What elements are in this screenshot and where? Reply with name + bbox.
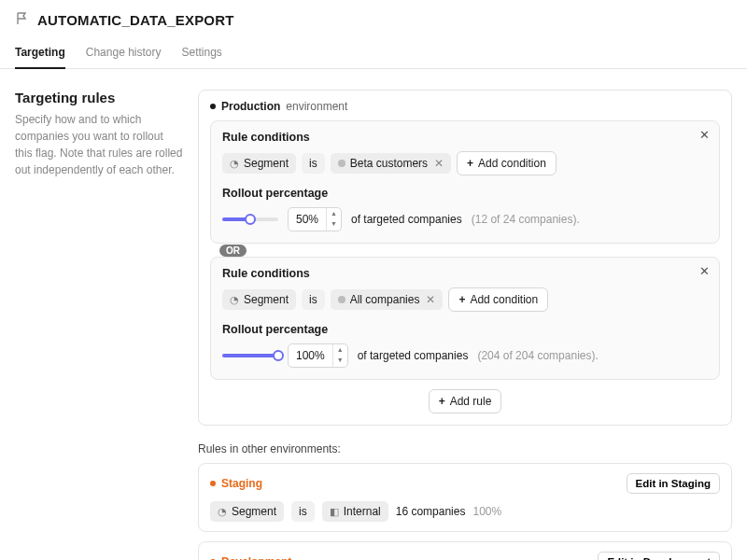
env-suffix: environment (286, 100, 347, 113)
clock-icon: ◔ (230, 158, 239, 170)
company-count-text: (204 of 204 companies). (477, 349, 598, 362)
value-chip[interactable]: All companies ✕ (331, 289, 444, 310)
segment-dot-icon (338, 160, 345, 167)
env-dot-icon (210, 104, 216, 109)
chip-segment-label: Segment (244, 293, 289, 306)
rule-conditions-label: Rule conditions (222, 267, 708, 280)
step-up-icon[interactable]: ▲ (327, 208, 341, 218)
flag-title: AUTOMATIC_DATA_EXPORT (37, 12, 234, 28)
sidebar-heading: Targeting rules (15, 90, 183, 105)
step-up-icon[interactable]: ▲ (333, 344, 347, 355)
company-count-text: (12 of 24 companies). (472, 213, 580, 226)
chip-segment-label: Segment (244, 157, 289, 170)
other-envs-label: Rules in other environments: (198, 442, 732, 455)
operator-chip[interactable]: is (302, 153, 325, 174)
remove-rule-button[interactable]: ✕ (699, 129, 710, 141)
add-condition-button[interactable]: + Add condition (457, 151, 557, 175)
chip-value-label: Beta customers (350, 157, 428, 170)
tab-bar: Targeting Change history Settings (0, 38, 747, 69)
value-chip[interactable]: Beta customers ✕ (331, 153, 451, 174)
or-divider: OR (210, 244, 720, 257)
add-rule-button[interactable]: + Add rule (429, 389, 502, 413)
plus-icon: + (458, 293, 465, 306)
chip-is-label: is (309, 293, 317, 306)
percent-input[interactable]: 100% ▲ ▼ (288, 343, 348, 368)
tab-settings[interactable]: Settings (182, 38, 222, 68)
plus-icon: + (439, 395, 445, 408)
other-env-name: Staging (221, 477, 262, 490)
chip-is-label: is (309, 157, 317, 170)
add-rule-label: Add rule (450, 395, 492, 408)
rollout-slider[interactable] (222, 349, 278, 362)
rollout-row: 100% ▲ ▼ of targeted companies (204 of 2… (222, 343, 708, 368)
rule-card: ✕ Rule conditions ◔ Segment is Beta cust… (210, 120, 720, 244)
segment-dot-icon (338, 296, 345, 303)
main-content: Production environment ✕ Rule conditions… (198, 90, 732, 560)
segment-chip[interactable]: ◔ Segment (222, 153, 296, 174)
edit-in-development-button[interactable]: Edit in Development (598, 552, 720, 560)
step-down-icon[interactable]: ▼ (333, 355, 347, 365)
percent-value: 100% (289, 349, 332, 362)
other-env-rule-row: ◔ Segment is ◧ Internal 16 companies 100… (210, 501, 720, 522)
percent-value: 50% (289, 213, 326, 226)
remove-value-button[interactable]: ✕ (426, 293, 435, 306)
of-targeted-text: of targeted companies (351, 213, 462, 226)
rollout-row: 50% ▲ ▼ of targeted companies (12 of 24 … (222, 207, 708, 231)
operator-chip: is (291, 501, 315, 522)
condition-row: ◔ Segment is All companies ✕ + Add condi… (222, 287, 708, 312)
add-condition-button[interactable]: + Add condition (448, 287, 548, 312)
segment-icon: ◧ (330, 506, 339, 518)
flag-icon (15, 11, 30, 29)
tab-change-history[interactable]: Change history (86, 38, 162, 68)
segment-chip[interactable]: ◔ Segment (222, 289, 296, 310)
percent-input[interactable]: 50% ▲ ▼ (288, 207, 342, 231)
edit-in-staging-button[interactable]: Edit in Staging (627, 473, 721, 494)
other-env-name: Development (221, 555, 291, 560)
or-badge: OR (219, 245, 247, 257)
rule-card: ✕ Rule conditions ◔ Segment is All compa… (210, 257, 720, 380)
sidebar: Targeting rules Specify how and to which… (15, 90, 183, 560)
value-chip: ◧ Internal (322, 501, 388, 522)
plus-icon: + (467, 157, 473, 170)
sidebar-desc: Specify how and to which companies you w… (15, 111, 183, 178)
remove-rule-button[interactable]: ✕ (699, 265, 710, 277)
of-targeted-text: of targeted companies (358, 349, 469, 362)
env-dot-icon (210, 481, 216, 486)
clock-icon: ◔ (230, 294, 239, 306)
rollout-slider[interactable] (222, 213, 278, 226)
add-condition-label: Add condition (470, 293, 538, 306)
tab-targeting[interactable]: Targeting (15, 38, 65, 68)
rule-conditions-label: Rule conditions (222, 131, 708, 144)
step-down-icon[interactable]: ▼ (327, 218, 341, 229)
operator-chip[interactable]: is (302, 289, 325, 310)
rollout-label: Rollout percentage (222, 323, 708, 336)
other-env-card: Staging Edit in Staging ◔ Segment is ◧ I… (198, 463, 732, 532)
chip-value-label: All companies (350, 293, 420, 306)
percent-stepper[interactable]: ▲ ▼ (332, 344, 347, 367)
condition-row: ◔ Segment is Beta customers ✕ + Add cond… (222, 151, 708, 175)
other-env-card: Development Edit in Development ◔ Segmen… (198, 541, 732, 560)
rollout-pct: 100% (472, 505, 501, 518)
env-header: Production environment (210, 100, 720, 113)
add-condition-label: Add condition (478, 157, 546, 170)
rollout-label: Rollout percentage (222, 187, 708, 200)
clock-icon: ◔ (218, 506, 227, 518)
production-env-card: Production environment ✕ Rule conditions… (198, 90, 732, 426)
segment-chip: ◔ Segment (210, 501, 284, 522)
env-name: Production (221, 100, 280, 113)
company-count: 16 companies (396, 505, 466, 518)
percent-stepper[interactable]: ▲ ▼ (326, 208, 341, 231)
page-header: AUTOMATIC_DATA_EXPORT (0, 0, 747, 38)
remove-value-button[interactable]: ✕ (434, 157, 444, 170)
